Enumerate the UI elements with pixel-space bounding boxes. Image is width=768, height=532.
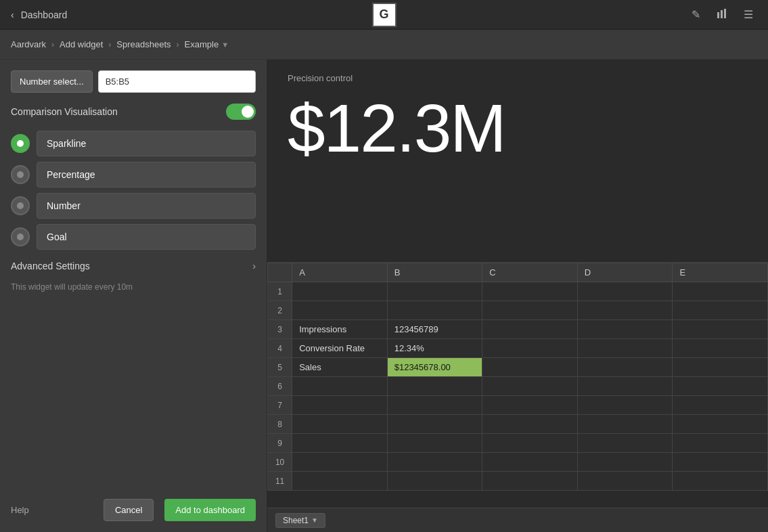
table-cell[interactable] [387,415,482,434]
radio-circle-goal[interactable] [11,227,30,246]
chevron-3: › [177,40,179,49]
top-nav-right: ✎ ☰ [687,5,757,24]
table-cell[interactable] [577,472,673,491]
table-cell[interactable] [292,377,388,396]
table-cell[interactable] [673,339,768,358]
table-cell[interactable] [577,282,673,301]
spreadsheet-header: A B C D E [268,263,768,282]
table-cell[interactable] [673,415,768,434]
table-cell[interactable] [673,358,768,377]
table-cell[interactable] [673,472,768,491]
top-nav: ‹ Dashboard G ✎ ☰ [0,0,768,30]
sheet1-tab[interactable]: Sheet1 ▼ [275,513,325,528]
table-cell[interactable] [482,396,578,415]
table-cell[interactable]: Sales [292,358,388,377]
row-number: 4 [268,339,292,358]
dropdown-arrow-icon[interactable]: ▼ [221,41,229,49]
breadcrumb-bar: Aardvark › Add widget › Spreadsheets › E… [0,30,768,60]
radio-circle-percentage[interactable] [11,165,30,184]
table-cell[interactable] [292,472,388,491]
row-number: 11 [268,472,292,491]
radio-circle-sparkline[interactable] [11,134,30,153]
table-cell[interactable] [387,301,482,320]
table-cell[interactable] [482,301,578,320]
table-row: 4Conversion Rate12.34% [268,339,768,358]
table-row: 8 [268,415,768,434]
sheet-tab-bar: Sheet1 ▼ [267,508,768,532]
table-cell[interactable] [577,320,673,339]
table-cell[interactable] [292,301,388,320]
table-cell[interactable] [673,301,768,320]
radio-options: Sparkline Percentage Number Goal [11,131,256,250]
table-cell[interactable] [673,377,768,396]
help-link[interactable]: Help [11,505,29,515]
radio-circle-number[interactable] [11,196,30,215]
table-cell[interactable] [482,453,578,472]
table-cell[interactable] [387,282,482,301]
breadcrumb-aardvark[interactable]: Aardvark [11,39,46,49]
table-cell[interactable] [577,434,673,453]
back-arrow-icon[interactable]: ‹ [11,9,14,20]
number-selector-row: Number select... [11,70,256,93]
table-cell[interactable] [577,453,673,472]
table-row: 9 [268,434,768,453]
breadcrumb-example[interactable]: Example [185,39,219,49]
breadcrumb-spreadsheets[interactable]: Spreadsheets [116,39,171,49]
table-cell[interactable] [387,472,482,491]
advanced-settings-row[interactable]: Advanced Settings › [11,261,256,271]
menu-icon-btn[interactable]: ☰ [740,5,757,24]
table-cell[interactable] [482,358,578,377]
comparison-visualisation-toggle[interactable] [226,104,256,120]
table-cell[interactable] [387,377,482,396]
radio-goal[interactable]: Goal [11,224,256,250]
table-cell[interactable] [673,396,768,415]
table-cell[interactable] [673,453,768,472]
table-cell[interactable] [482,320,578,339]
table-cell[interactable] [292,453,388,472]
table-cell[interactable] [577,358,673,377]
table-cell[interactable] [292,415,388,434]
footer-right-buttons: Cancel Add to dashboard [104,499,256,521]
sheet1-dropdown-icon[interactable]: ▼ [311,516,318,524]
cell-ref-input[interactable] [98,70,256,93]
table-cell[interactable] [292,282,388,301]
table-cell[interactable]: Conversion Rate [292,339,388,358]
number-select-button[interactable]: Number select... [11,70,93,93]
table-cell[interactable] [482,339,578,358]
table-cell[interactable] [482,415,578,434]
table-cell[interactable]: 123456789 [387,320,482,339]
table-cell[interactable]: 12.34% [387,339,482,358]
edit-icon-btn[interactable]: ✎ [687,5,704,24]
chart-icon-btn[interactable] [713,5,731,24]
table-cell[interactable] [482,434,578,453]
table-cell[interactable] [577,301,673,320]
table-cell[interactable] [387,396,482,415]
table-cell[interactable]: Impressions [292,320,388,339]
col-header-B: B [387,263,482,282]
table-cell[interactable] [577,339,673,358]
table-cell[interactable] [292,396,388,415]
cancel-button[interactable]: Cancel [104,499,154,521]
table-cell[interactable] [482,282,578,301]
table-cell[interactable] [673,320,768,339]
table-cell[interactable] [577,415,673,434]
breadcrumb-add-widget[interactable]: Add widget [60,39,103,49]
spreadsheet-area: A B C D E 123Impressions1234567894Conver… [267,263,768,508]
radio-sparkline[interactable]: Sparkline [11,131,256,156]
table-cell[interactable] [387,453,482,472]
radio-percentage[interactable]: Percentage [11,162,256,187]
table-cell[interactable] [673,434,768,453]
table-cell[interactable] [292,434,388,453]
table-cell[interactable] [673,282,768,301]
table-cell[interactable] [577,377,673,396]
radio-number[interactable]: Number [11,193,256,219]
table-cell[interactable] [482,377,578,396]
table-cell[interactable] [577,396,673,415]
table-cell[interactable] [387,434,482,453]
table-row: 10 [268,453,768,472]
table-cell[interactable]: $12345678.00 [387,358,482,377]
dashboard-link[interactable]: Dashboard [21,9,68,20]
add-to-dashboard-button[interactable]: Add to dashboard [164,499,256,521]
col-header-E: E [673,263,768,282]
table-cell[interactable] [482,472,578,491]
